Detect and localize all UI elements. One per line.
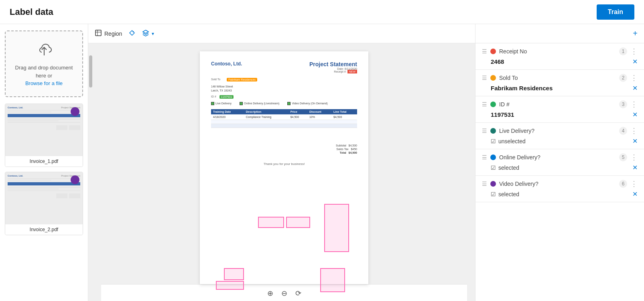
label-more-button[interactable]: ⋮	[630, 74, 638, 81]
label-color-dot	[490, 155, 496, 160]
region-label: Region	[104, 31, 122, 37]
file-thumb: Contoso, Ltd. Project Statement	[5, 104, 83, 156]
label-value-row: ☑ selected ✕	[482, 164, 638, 171]
file-dot	[71, 175, 79, 184]
label-value: Fabrikam Residences	[491, 85, 553, 92]
doc-checkboxes: Live Delivery Online Delivery (Livestrea…	[211, 102, 357, 105]
label-close-button[interactable]: ✕	[632, 137, 638, 145]
label-more-button[interactable]: ⋮	[630, 101, 638, 108]
drag-handle[interactable]: ☰	[482, 128, 487, 134]
doc-totals: Subtotal $4,500 Sales Tax $450 Total $4,…	[211, 144, 357, 154]
label-checkbox-value: ☑ selected	[491, 165, 519, 171]
train-button[interactable]: Train	[597, 4, 634, 20]
label-num: 3	[619, 100, 627, 108]
label-checkbox-value: ☑ unselected	[491, 138, 526, 144]
label-header: ☰ Receipt No 1 ⋮	[482, 47, 638, 55]
label-item-6: ☰ Video Delivery? 6 ⋮ ☑ selected ✕	[475, 176, 644, 202]
add-label-button[interactable]: +	[633, 29, 638, 38]
label-name: Live Delivery?	[499, 128, 616, 134]
drag-handle[interactable]: ☰	[482, 181, 487, 187]
doc-checkbox-live: Live Delivery	[211, 102, 232, 105]
highlight-box-2	[286, 217, 310, 228]
label-close-button[interactable]: ✕	[632, 84, 638, 92]
highlight-box-1	[258, 217, 284, 228]
label-header: ☰ ID # 3 ⋮	[482, 100, 638, 108]
doc-company: Contoso, Ltd.	[211, 61, 242, 73]
file-item-1[interactable]: Contoso, Ltd. Project Statement Invoice_…	[5, 104, 83, 167]
doc-id-row: ID # 1197531	[211, 95, 357, 99]
label-value: unselected	[498, 138, 526, 144]
label-item-2: ☰ Sold To 2 ⋮ Fabrikam Residences ✕	[475, 70, 644, 96]
layers-tool[interactable]: ▾	[142, 29, 154, 38]
label-item-4: ☰ Live Delivery? 4 ⋮ ☑ unselected ✕	[475, 123, 644, 149]
left-panel: Drag and drop document here or Browse fo…	[0, 24, 88, 301]
doc-sold-row: Sold To Fabrikam Residences	[211, 78, 357, 81]
doc-header: Contoso, Ltd. Project Statement Date: 8/…	[211, 61, 357, 73]
zoom-in-button[interactable]: ⊕	[267, 289, 273, 298]
doc-table: Training Date Description Price Discount…	[211, 109, 357, 128]
file-thumb: Contoso, Ltd. Project Statement	[5, 172, 83, 224]
bottom-toolbar: ⊕ ⊖ ⟳	[101, 284, 467, 301]
upload-zone[interactable]: Drag and drop document here or Browse fo…	[5, 31, 83, 97]
label-more-button[interactable]: ⋮	[630, 180, 638, 187]
label-name: Sold To	[499, 75, 616, 81]
label-color-dot	[490, 49, 496, 54]
label-color-dot	[490, 75, 496, 81]
right-panel: + ☰ Receipt No 1 ⋮ 2468 ✕ ☰ Sold To 2 ⋮ …	[475, 24, 644, 301]
upload-icon	[12, 41, 76, 61]
checkbox-icon: ☑	[491, 138, 496, 144]
file-list: Contoso, Ltd. Project Statement Invoice_…	[5, 104, 83, 235]
label-color-dot	[490, 128, 496, 134]
doc-viewer: Contoso, Ltd. Project Statement Date: 8/…	[88, 43, 475, 301]
main-layout: Drag and drop document here or Browse fo…	[0, 24, 644, 301]
label-name: Video Delivery?	[499, 181, 616, 187]
label-name: Receipt No	[499, 48, 616, 55]
drag-handle[interactable]: ☰	[482, 75, 487, 81]
center-panel: Region ▾	[88, 24, 475, 301]
center-toolbar: Region ▾	[88, 24, 475, 43]
doc-thank-you: Thank you for your business!	[211, 162, 357, 166]
region-tool[interactable]: Region	[95, 29, 122, 38]
label-more-button[interactable]: ⋮	[630, 127, 638, 134]
checkbox-icon: ☑	[491, 165, 496, 171]
label-value-row: 2468 ✕	[482, 58, 638, 65]
browse-link[interactable]: Browse for a file	[25, 80, 63, 86]
doc-title: Project Statement	[309, 61, 357, 67]
doc-receipt: Receipt #: NEW	[309, 70, 357, 73]
rotate-button[interactable]: ⟳	[295, 289, 301, 298]
label-color-dot	[490, 181, 496, 187]
label-close-button[interactable]: ✕	[632, 58, 638, 65]
drag-handle[interactable]: ☰	[482, 154, 487, 161]
label-value: 1197531	[491, 111, 514, 118]
doc-checkbox-online: Online Delivery (Livestream)	[240, 102, 279, 105]
label-color-dot	[490, 102, 496, 107]
svg-rect-1	[95, 30, 101, 36]
label-value: selected	[498, 191, 519, 197]
label-close-button[interactable]: ✕	[632, 190, 638, 198]
upload-drag-text: Drag and drop document here or	[12, 64, 76, 79]
scrollbar[interactable]	[88, 43, 93, 301]
label-more-button[interactable]: ⋮	[630, 48, 638, 55]
file-item-2[interactable]: Contoso, Ltd. Project Statement Invoice_…	[5, 172, 83, 235]
label-value-row: ☑ unselected ✕	[482, 137, 638, 145]
doc-content: Contoso, Ltd. Project Statement Date: 8/…	[93, 43, 475, 301]
highlight-box-4	[224, 268, 244, 280]
label-value: 2468	[491, 58, 504, 65]
label-tool[interactable]	[128, 29, 136, 38]
drag-handle[interactable]: ☰	[482, 48, 487, 55]
label-more-button[interactable]: ⋮	[630, 154, 638, 161]
drag-handle[interactable]: ☰	[482, 101, 487, 108]
label-header: ☰ Video Delivery? 6 ⋮	[482, 180, 638, 188]
label-header: ☰ Live Delivery? 4 ⋮	[482, 127, 638, 135]
label-close-button[interactable]: ✕	[632, 164, 638, 171]
label-close-button[interactable]: ✕	[632, 111, 638, 118]
label-header: ☰ Sold To 2 ⋮	[482, 74, 638, 82]
label-name: ID #	[499, 101, 616, 108]
label-item-1: ☰ Receipt No 1 ⋮ 2468 ✕	[475, 43, 644, 70]
label-item-5: ☰ Online Delivery? 5 ⋮ ☑ selected ✕	[475, 149, 644, 176]
chevron-down-icon: ▾	[152, 31, 154, 37]
doc-checkbox-video: Video Delivery (On Demand)	[287, 102, 327, 105]
zoom-out-button[interactable]: ⊖	[281, 289, 287, 298]
file-name: Invoice_1.pdf	[5, 156, 83, 167]
layers-icon	[142, 29, 149, 38]
